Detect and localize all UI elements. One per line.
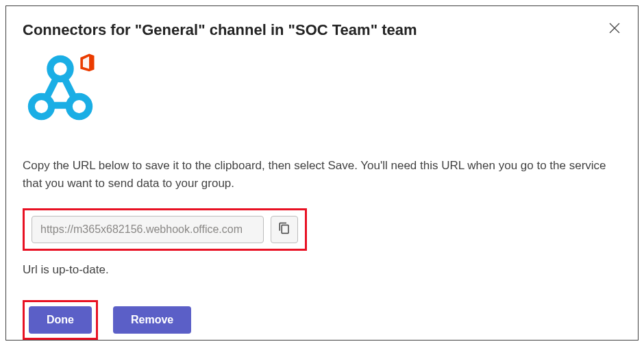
connectors-dialog: Connectors for "General" channel in "SOC… xyxy=(5,5,639,341)
svg-point-3 xyxy=(32,97,51,116)
dialog-title: Connectors for "General" channel in "SOC… xyxy=(23,21,621,39)
close-button[interactable] xyxy=(605,20,624,39)
copy-icon xyxy=(278,222,290,236)
button-row: Done Remove xyxy=(23,300,621,340)
svg-point-2 xyxy=(50,59,70,79)
done-button-highlight: Done xyxy=(23,300,98,340)
url-row-highlight xyxy=(23,208,307,251)
connector-logo xyxy=(23,50,621,128)
done-button[interactable]: Done xyxy=(29,306,92,334)
webhook-url-input[interactable] xyxy=(32,216,264,243)
svg-point-4 xyxy=(69,97,89,116)
close-icon xyxy=(609,23,620,36)
copy-url-button[interactable] xyxy=(271,216,298,243)
url-status-text: Url is up-to-date. xyxy=(23,263,621,277)
webhook-icon xyxy=(23,116,98,127)
instruction-text: Copy the URL below to save it to the cli… xyxy=(23,157,619,193)
remove-button[interactable]: Remove xyxy=(113,306,191,334)
